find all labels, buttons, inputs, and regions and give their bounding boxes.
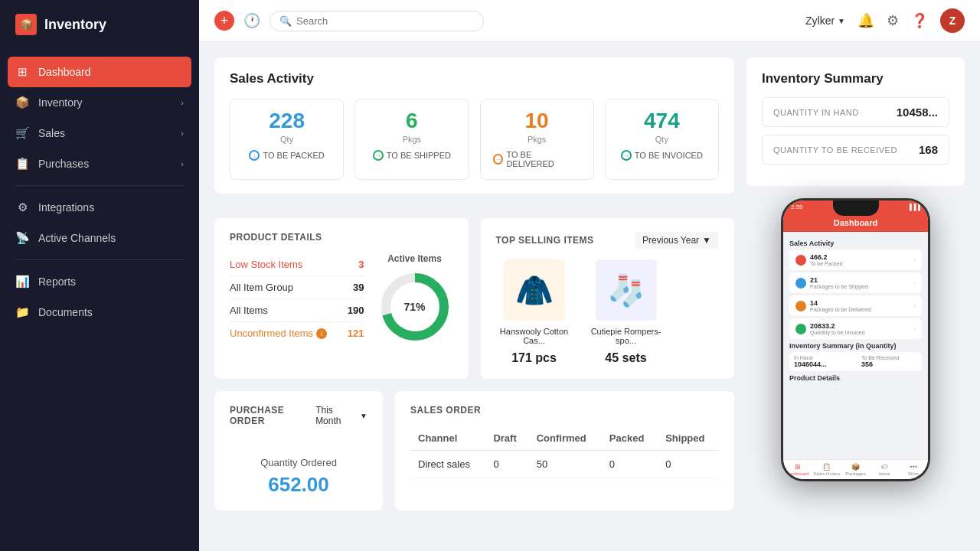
sidebar-item-inventory[interactable]: 📦 Inventory › <box>0 87 199 118</box>
sidebar-item-active-channels[interactable]: 📡 Active Channels <box>0 223 199 253</box>
user-avatar[interactable]: Z <box>940 8 965 33</box>
sales-order-table: Channel Draft Confirmed Packed Shipped D… <box>410 426 719 478</box>
low-stock-value: 3 <box>358 259 364 270</box>
col-packed: Packed <box>602 426 658 451</box>
low-stock-label: Low Stock Items <box>230 259 302 270</box>
sidebar-item-documents[interactable]: 📁 Documents <box>0 297 199 328</box>
delivered-dot <box>795 301 806 311</box>
sales-order-header: SALES ORDER <box>410 405 719 416</box>
item-group-value: 39 <box>353 282 364 293</box>
delivered-icon: → <box>493 154 504 165</box>
top-selling-title: TOP SELLING ITEMS <box>496 235 594 246</box>
product-details-section: PRODUCT DETAILS Low Stock Items 3 All It… <box>214 218 469 379</box>
phone-to-receive-label: To Be Received <box>861 355 917 360</box>
product-details-list: Low Stock Items 3 All Item Group 39 All … <box>230 253 364 344</box>
shipped-card[interactable]: 6 Pkgs → TO BE SHIPPED <box>354 99 469 180</box>
inventory-summary-title: Inventory Summary <box>762 71 949 86</box>
col-confirmed: Confirmed <box>529 426 602 451</box>
left-panel: Sales Activity 228 Qty ↓ TO BE PACKED 6 … <box>214 57 734 536</box>
phone-invoiced-label: Quantity to be Invoiced <box>810 330 865 335</box>
quantity-ordered-value: 652.00 <box>230 473 368 497</box>
packed-card[interactable]: 228 Qty ↓ TO BE PACKED <box>230 99 344 180</box>
item1-name: Hanswooly Cotton Cas... <box>496 327 573 345</box>
phone-nav-items[interactable]: 🏷 Items <box>870 463 899 476</box>
phone-card-arrow-4: › <box>913 325 916 332</box>
documents-icon: 📁 <box>15 305 29 319</box>
col-draft: Draft <box>485 426 528 451</box>
unconfirmed-row[interactable]: Unconfirmed Items i 121 <box>230 322 364 344</box>
bell-icon[interactable]: 🔔 <box>858 12 874 29</box>
phone-card-invoiced: 20833.2 Quantity to be Invoiced › <box>789 318 922 339</box>
phone-card-arrow-3: › <box>913 302 916 309</box>
history-button[interactable]: 🕐 <box>243 12 260 29</box>
search-input[interactable] <box>296 15 474 27</box>
top-item-2[interactable]: 🧦 Cutiepie Rompers-spo... 45 sets <box>588 259 665 365</box>
purchases-icon: 📋 <box>15 157 29 171</box>
sidebar-item-sales[interactable]: 🛒 Sales › <box>0 118 199 148</box>
shipped-label: → TO BE SHIPPED <box>373 150 451 161</box>
help-icon[interactable]: ❓ <box>911 12 928 29</box>
phone-nav-items-icon: 🏷 <box>881 463 888 471</box>
sidebar-item-label: Purchases <box>38 158 89 170</box>
nav-divider <box>15 185 184 186</box>
low-stock-row[interactable]: Low Stock Items 3 <box>230 253 364 276</box>
bottom-row: PURCHASE ORDER This Month ▼ Quantity Ord… <box>214 391 734 510</box>
phone-product-title: Product Details <box>789 374 922 382</box>
shipped-number: 6 <box>406 110 418 132</box>
phone-nav-packages[interactable]: 📦 Packages <box>841 463 871 476</box>
nav-divider-2 <box>15 259 184 260</box>
top-selling-filter[interactable]: Previous Year ▼ <box>635 232 719 249</box>
top-item-1[interactable]: 🧥 Hanswooly Cotton Cas... 171 pcs <box>496 259 573 365</box>
sidebar-item-label: Sales <box>38 127 65 139</box>
packed-icon: ↓ <box>249 150 260 161</box>
phone-nav-dashboard[interactable]: ⊞ Dashboard <box>783 463 812 476</box>
sidebar-item-integrations[interactable]: ⚙ Integrations <box>0 192 199 223</box>
sales-activity-section: Sales Activity 228 Qty ↓ TO BE PACKED 6 … <box>214 57 734 194</box>
col-channel: Channel <box>410 426 485 451</box>
invoiced-dot <box>795 324 806 334</box>
shipped-dot <box>795 278 806 289</box>
product-details-chart: Active Items 71% <box>377 253 453 345</box>
sidebar-item-purchases[interactable]: 📋 Purchases › <box>0 148 199 179</box>
invoiced-card[interactable]: 474 Qty → TO BE INVOICED <box>605 99 719 180</box>
sidebar-item-label: Reports <box>38 276 76 288</box>
phone-card-packed: 466.2 To be Packed › <box>789 249 922 270</box>
phone-inv-row: In Hand 1046044... To Be Received 356 <box>789 352 922 371</box>
org-name[interactable]: Zylker ▼ <box>805 15 845 27</box>
top-selling-header: TOP SELLING ITEMS Previous Year ▼ <box>496 232 720 249</box>
all-items-label: All Items <box>230 305 268 316</box>
delivered-card[interactable]: 10 Pkgs → TO BE DELIVERED <box>480 99 594 180</box>
app-title: Inventory <box>44 17 106 33</box>
unconfirmed-value: 121 <box>348 328 364 339</box>
phone-invoiced-value: 20833.2 <box>810 322 865 330</box>
item-group-row: All Item Group 39 <box>230 276 364 299</box>
row-channel: Direct sales <box>410 451 485 478</box>
chart-label: Active Items <box>387 253 442 264</box>
phone-nav-sales-orders[interactable]: 📋 Sales Orders <box>812 463 841 476</box>
phone-card-delivered: 14 Packages to be Delivered › <box>789 295 922 316</box>
inventory-icon: 📦 <box>15 96 29 109</box>
qty-to-receive-label: QUANTITY TO BE RECEIVED <box>773 145 897 155</box>
product-details-content: Low Stock Items 3 All Item Group 39 All … <box>230 253 453 345</box>
sidebar-nav: ⊞ Dashboard 📦 Inventory › 🛒 Sales › 📋 Pu… <box>0 49 199 335</box>
dashboard-icon: ⊞ <box>15 65 29 79</box>
item-group-label: All Item Group <box>230 282 293 293</box>
sidebar-item-reports[interactable]: 📊 Reports <box>0 266 199 297</box>
phone-card-arrow: › <box>913 256 916 263</box>
settings-icon[interactable]: ⚙ <box>887 12 899 29</box>
row-packed: 0 <box>602 451 658 478</box>
sidebar-item-label: Integrations <box>38 201 94 214</box>
add-button[interactable]: + <box>214 11 234 31</box>
sidebar-logo: 📦 Inventory <box>0 0 199 49</box>
shipped-unit: Pkgs <box>403 135 421 144</box>
phone-shipped-value: 21 <box>810 276 868 284</box>
unconfirmed-label: Unconfirmed Items i <box>230 328 327 339</box>
delivered-label: → TO BE DELIVERED <box>493 150 581 168</box>
purchase-order-filter[interactable]: This Month ▼ <box>315 405 368 426</box>
qty-in-hand-label: QUANTITY IN HAND <box>773 108 859 117</box>
sidebar-item-dashboard[interactable]: ⊞ Dashboard <box>8 57 191 87</box>
phone-card-arrow-2: › <box>913 279 916 286</box>
logo-icon: 📦 <box>15 14 37 35</box>
phone-nav-more[interactable]: ••• More <box>899 463 928 476</box>
row-draft: 0 <box>485 451 528 478</box>
